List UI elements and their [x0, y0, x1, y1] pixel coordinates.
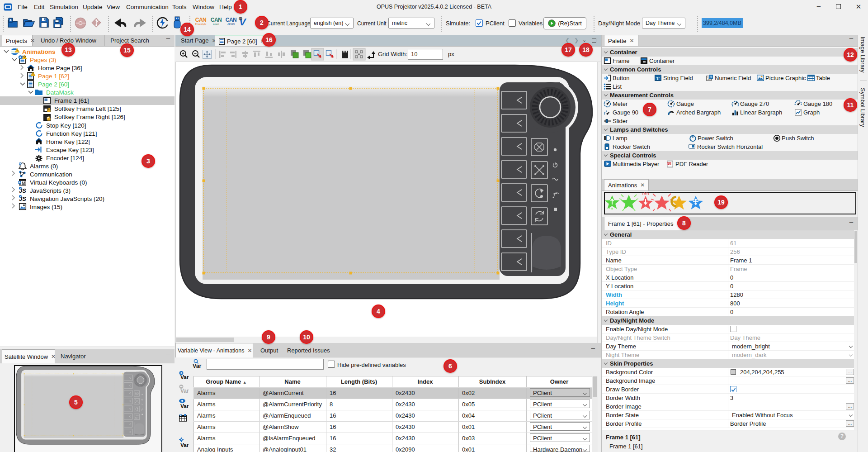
svg-text:Encoder [124]: Encoder [124]	[46, 155, 84, 162]
svg-text:Var: Var	[180, 374, 189, 381]
svg-text:Function Key [121]: Function Key [121]	[46, 130, 97, 137]
svg-text:Home Page [36]: Home Page [36]	[38, 65, 82, 71]
svg-text:3: 3	[710, 76, 712, 79]
svg-text:Animations: Animations	[22, 48, 56, 55]
svg-text:Communication: Communication	[30, 171, 72, 178]
svg-text:Pages (3): Pages (3)	[30, 57, 57, 63]
svg-text:Virtual Keyboards (0): Virtual Keyboards (0)	[30, 179, 87, 186]
svg-text:Home Key [122]: Home Key [122]	[46, 138, 90, 145]
svg-text:Alarms (0): Alarms (0)	[30, 163, 58, 170]
svg-text:DataMask: DataMask	[46, 89, 74, 96]
svg-text:Var: Var	[180, 442, 189, 448]
svg-text:Softkey Frame Right [126]: Softkey Frame Right [126]	[54, 114, 125, 120]
svg-text:Var: Var	[180, 388, 189, 394]
svg-text:Page 1 [62]: Page 1 [62]	[38, 73, 69, 80]
svg-text:T: T	[656, 76, 660, 81]
svg-text:Images (15): Images (15)	[30, 204, 62, 210]
svg-text:Var: Var	[180, 403, 189, 409]
svg-text:PDF: PDF	[667, 162, 673, 165]
svg-text:Navigation JavaScripts (20): Navigation JavaScripts (20)	[30, 195, 104, 202]
svg-text:Page 2 [60]: Page 2 [60]	[38, 81, 69, 88]
svg-text:Frame 1 [61]: Frame 1 [61]	[54, 97, 89, 104]
svg-text:Stop Key [120]: Stop Key [120]	[46, 122, 86, 129]
svg-text:Softkey Frame Left [125]: Softkey Frame Left [125]	[54, 105, 121, 112]
svg-text:JavaScripts (3): JavaScripts (3)	[30, 187, 71, 194]
svg-text:Escape Key [123]: Escape Key [123]	[46, 147, 94, 153]
